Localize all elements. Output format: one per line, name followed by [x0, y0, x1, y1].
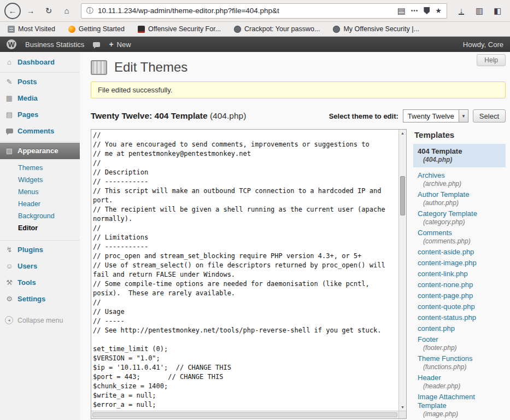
scrollbar-thumb[interactable]	[92, 412, 397, 417]
file-title-filename: (404.php)	[210, 111, 246, 120]
sidebar-item-widgets[interactable]: Widgets	[0, 174, 80, 186]
vertical-scrollbar[interactable]: ▲ ▼	[398, 130, 406, 411]
template-item[interactable]: Theme Functions (functions.php)	[413, 354, 506, 372]
sidebar-item-label: Plugins	[17, 246, 43, 254]
collapse-menu-button[interactable]: ◄Collapse menu	[0, 310, 80, 331]
sidebar-item-menus[interactable]: Menus	[0, 186, 80, 198]
template-item[interactable]: Category Template (category.php)	[413, 209, 506, 227]
template-item[interactable]: Author Template (author.php)	[413, 190, 506, 208]
template-item[interactable]: content.php	[413, 324, 506, 334]
sidebar-item-label: Users	[17, 262, 37, 271]
template-name: content-aside.php	[418, 248, 501, 256]
forward-icon: →	[27, 6, 35, 15]
site-name: Business Statistics	[25, 40, 84, 49]
sidebar-item-media[interactable]: ▦Media	[0, 90, 80, 107]
theme-select[interactable]: Twenty Twelve ▼	[403, 109, 468, 122]
bookmark-crackpot[interactable]: Crackpot: Your passwo...	[234, 25, 320, 33]
site-info-icon[interactable]: ⓘ	[86, 6, 93, 16]
settings-icon: ⚙	[5, 295, 14, 304]
main-content: Help Edit Themes File edited successfull…	[80, 52, 510, 420]
template-item[interactable]: content-link.php	[413, 269, 506, 279]
page-actions-icon[interactable]: •••	[411, 8, 419, 14]
bookmark-offensive-security-forums[interactable]: Offensive Security For...	[138, 25, 221, 33]
sidebar-item-plugins[interactable]: ↯Plugins	[0, 242, 80, 258]
template-item[interactable]: Header (header.php)	[413, 373, 506, 391]
sidebar-item-header[interactable]: Header	[0, 198, 80, 210]
home-button[interactable]: ⌂	[58, 3, 75, 19]
new-content-menu[interactable]: +New	[109, 40, 131, 49]
template-item[interactable]: content-image.php	[413, 258, 506, 268]
bookmark-my-offensive-security[interactable]: My Offensive Security |...	[333, 25, 419, 33]
template-filename: (image.php)	[418, 410, 501, 418]
downloads-button[interactable]: ↓	[453, 3, 470, 19]
comments-link[interactable]	[93, 42, 100, 47]
admin-menu: ⌂Dashboard ✎Posts ▦Media ▤Pages Comments…	[0, 52, 80, 420]
template-item[interactable]: Comments (comments.php)	[413, 228, 506, 246]
select-theme-button[interactable]: Select	[473, 109, 506, 122]
theme-select-value: Twenty Twelve	[403, 110, 459, 122]
sidebar-item-comments[interactable]: Comments	[0, 123, 80, 139]
template-filename: (footer.php)	[418, 344, 501, 352]
library-button[interactable]: ▥	[471, 3, 488, 19]
users-icon: ☺	[5, 262, 14, 271]
code-editor[interactable]: // // You are encouraged to send comment…	[91, 130, 398, 411]
template-item[interactable]: content-aside.php	[413, 247, 506, 257]
template-item[interactable]: content-none.php	[413, 280, 506, 290]
reader-mode-icon[interactable]: ▤	[397, 5, 406, 16]
template-item[interactable]: content-status.php	[413, 313, 506, 323]
sidebar-item-label: Appearance	[17, 147, 58, 155]
collapse-icon: ◄	[5, 316, 13, 324]
bookmarks-bar: Most Visited Getting Started Offensive S…	[0, 22, 510, 37]
horizontal-scrollbar[interactable]	[91, 411, 398, 418]
help-button[interactable]: Help	[477, 54, 506, 66]
bookmark-star-icon[interactable]: ★	[435, 7, 442, 15]
scroll-up-icon[interactable]: ▲	[399, 130, 406, 137]
edit-themes-icon	[91, 60, 107, 75]
sidebar-item-posts[interactable]: ✎Posts	[0, 74, 80, 90]
sidebar-item-settings[interactable]: ⚙Settings	[0, 291, 80, 307]
firefox-icon	[68, 26, 75, 33]
scroll-down-icon[interactable]: ▼	[399, 404, 406, 411]
template-item[interactable]: 404 Template (404.php)	[413, 144, 506, 167]
sidebar-item-dashboard[interactable]: ⌂Dashboard	[0, 54, 80, 71]
template-name: Comments	[418, 229, 501, 237]
my-account-link[interactable]: Howdy, Core	[463, 40, 503, 49]
bookmark-getting-started[interactable]: Getting Started	[68, 25, 125, 33]
template-name: Author Template	[418, 190, 501, 199]
most-visited-icon	[8, 26, 15, 33]
sidebar-item-appearance[interactable]: ▨Appearance	[0, 143, 80, 159]
template-item[interactable]: Archives (archive.php)	[413, 171, 506, 189]
scrollbar-thumb[interactable]	[400, 176, 405, 215]
menu-separator	[0, 139, 80, 143]
bookmark-most-visited[interactable]: Most Visited	[8, 25, 55, 33]
template-filename: (comments.php)	[418, 237, 501, 246]
template-name: content.php	[418, 324, 501, 333]
template-filename: (category.php)	[418, 218, 501, 226]
sidebar-item-background[interactable]: Background	[0, 210, 80, 222]
sidebar-item-editor[interactable]: Editor	[0, 222, 80, 234]
template-filename: (author.php)	[418, 199, 501, 207]
globe-icon	[333, 26, 340, 33]
sidebar-item-label: Settings	[17, 295, 45, 304]
forward-button[interactable]: →	[22, 3, 39, 19]
template-name: Footer	[418, 335, 501, 344]
reload-button[interactable]: ↻	[40, 3, 57, 19]
wp-logo-menu[interactable]: W	[7, 39, 16, 49]
sidebar-item-users[interactable]: ☺Users	[0, 258, 80, 275]
back-button[interactable]: ←	[4, 3, 21, 19]
url-text: 10.11.1.234/wp-admin/theme-editor.php?fi…	[98, 7, 393, 15]
template-item[interactable]: Footer (footer.php)	[413, 335, 506, 353]
sidebar-item-themes[interactable]: Themes	[0, 162, 80, 174]
template-item[interactable]: content-page.php	[413, 291, 506, 301]
tools-icon: ⚒	[5, 278, 14, 287]
sidebar-toggle-icon: ◧	[494, 6, 501, 16]
template-item[interactable]: Image Attachment Template (image.php)	[413, 392, 506, 419]
sidebar-item-pages[interactable]: ▤Pages	[0, 107, 80, 123]
site-name-link[interactable]: Business Statistics	[25, 40, 84, 49]
sidebar-item-tools[interactable]: ⚒Tools	[0, 275, 80, 291]
sidebar-toggle-button[interactable]: ◧	[489, 3, 506, 19]
template-name: Category Template	[418, 209, 501, 218]
template-item[interactable]: content-quote.php	[413, 302, 506, 312]
url-bar[interactable]: ⓘ 10.11.1.234/wp-admin/theme-editor.php?…	[81, 3, 447, 19]
shield-icon[interactable]	[424, 7, 430, 14]
